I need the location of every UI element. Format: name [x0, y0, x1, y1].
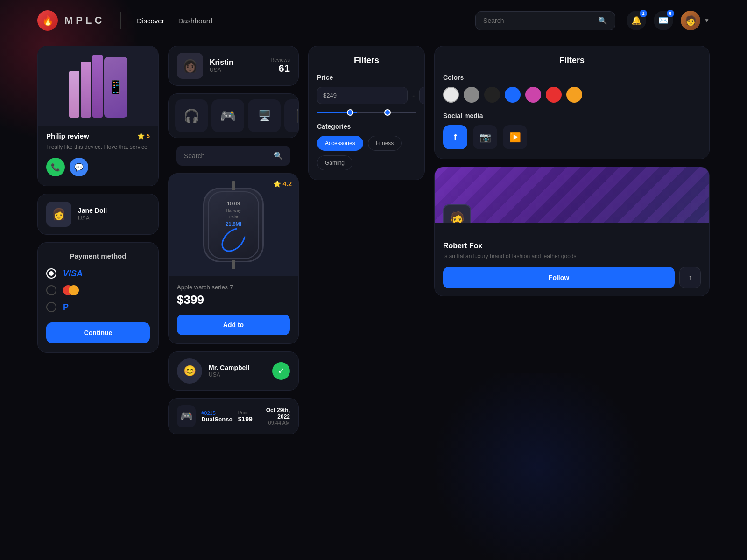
color-red[interactable] [546, 87, 562, 103]
visa-logo: VISA [63, 269, 83, 279]
youtube-icon: ▶️ [509, 132, 521, 143]
slider-thumb-left[interactable] [347, 109, 353, 116]
nav-dashboard[interactable]: Dashboard [178, 15, 212, 27]
colors-row [443, 87, 701, 103]
price-max-input[interactable] [419, 87, 425, 104]
profile-actions: Follow ↑ [443, 267, 701, 288]
category-fitness[interactable]: Fitness [368, 136, 402, 151]
pli-name: DualSense [201, 416, 232, 423]
logo-icon: 🔥 [37, 10, 58, 31]
add-to-button[interactable]: Add to [177, 315, 290, 335]
color-pink[interactable] [525, 87, 541, 103]
right-filter-title: Filters [443, 56, 701, 65]
instagram-button[interactable]: 📷 [473, 125, 497, 149]
logo[interactable]: 🔥 MPLC [37, 10, 105, 31]
mid-search-bar[interactable]: 🔍 [176, 146, 290, 166]
slider-thumb-right[interactable] [384, 109, 391, 116]
color-orange[interactable] [566, 87, 582, 103]
pli-date-info: Oct 29th, 2022 09:44 AM [258, 407, 290, 426]
star-icon: ⭐ [273, 180, 281, 188]
seller-country: USA [209, 371, 249, 378]
left-column: 📱 Philip review ⭐ 5 I really like this d… [37, 46, 159, 434]
user-name: Jane Doll [78, 207, 107, 214]
category-accessories[interactable]: Accessories [317, 136, 363, 151]
profile-cover: 🧔 [435, 167, 709, 223]
product-card-watch: ⭐ 4.2 10:09 Halfway Point 21.8MI [168, 173, 299, 344]
payment-mastercard[interactable] [46, 285, 150, 295]
product-price: $399 [177, 293, 290, 307]
nav-divider [120, 12, 121, 29]
right-column: Filters Colors Social media f 📷 [434, 46, 710, 434]
product-rating: ⭐ 4.2 [273, 180, 292, 188]
dualsense-icon: 🎮 [177, 405, 196, 427]
color-white[interactable] [443, 87, 459, 103]
user-avatar: 👩 [46, 202, 71, 227]
reviews-label: Reviews [270, 57, 290, 63]
pp-radio[interactable] [46, 302, 56, 312]
pli-id: #0215 [201, 410, 232, 416]
filter-title: Filters [317, 56, 416, 65]
visa-radio[interactable] [46, 268, 56, 279]
follow-button[interactable]: Follow [443, 267, 675, 288]
profile-reviews: Reviews 61 [270, 57, 290, 75]
product-image: ⭐ 4.2 10:09 Halfway Point 21.8MI [169, 174, 298, 276]
share-icon: ↑ [688, 273, 692, 282]
price-label: Price [317, 74, 416, 81]
youtube-button[interactable]: ▶️ [503, 125, 527, 149]
profile-right-avatar: 🧔 [443, 204, 471, 223]
payment-visa[interactable]: VISA [46, 268, 150, 279]
pli-price: $199 [238, 415, 253, 423]
mc-radio[interactable] [46, 285, 56, 295]
review-title: Philip review ⭐ 5 [46, 132, 150, 140]
nav-search-bar[interactable]: 🔍 [475, 11, 615, 30]
category-phone[interactable]: 📱 [284, 99, 299, 132]
profile-avatar: 👩🏿 [177, 53, 203, 79]
watch-sublabel: Point [229, 215, 239, 219]
categories-row: Accessories Fitness Gaming [317, 136, 416, 170]
nav-search-input[interactable] [483, 17, 593, 24]
seller-info: Mr. Campbell USA [209, 364, 249, 378]
price-min-input[interactable] [317, 87, 408, 104]
search-icon: 🔍 [598, 16, 607, 25]
nav-links: Discover Dashboard [137, 15, 212, 27]
notifications-button[interactable]: 🔔 1 [627, 11, 646, 30]
category-console[interactable]: 🖥️ [248, 99, 281, 132]
chevron-down-icon: ▼ [704, 17, 710, 24]
filter-card: Filters Price - OK Categories Accessorie… [308, 46, 425, 180]
reviews-count: 61 [270, 63, 290, 75]
category-gaming[interactable]: Gaming [317, 155, 352, 170]
seller-card: 😊 Mr. Campbell USA ✓ [168, 351, 299, 391]
user-avatar-nav[interactable]: 🧑 ▼ [681, 11, 710, 30]
profile-cover-art [435, 167, 709, 223]
nav-discover[interactable]: Discover [137, 15, 164, 27]
facebook-button[interactable]: f [443, 125, 467, 149]
call-button[interactable]: 📞 [46, 158, 65, 176]
user-country: USA [78, 215, 107, 222]
pli-price-info: Price $199 [238, 410, 253, 423]
mid-search-input[interactable] [184, 152, 269, 160]
category-icons: 🎧 🎮 🖥️ 📱 ⚙️ [168, 93, 299, 138]
price-slider[interactable] [317, 112, 416, 113]
messages-button[interactable]: ✉️ 5 [654, 11, 673, 30]
color-gray[interactable] [464, 87, 479, 103]
colors-label: Colors [443, 74, 701, 81]
filter-column: Filters Price - OK Categories Accessorie… [308, 46, 425, 434]
social-row: f 📷 ▶️ [443, 125, 701, 149]
color-black[interactable] [484, 87, 500, 103]
mastercard-logo [63, 285, 79, 295]
avatar: 🧑 [681, 11, 700, 30]
review-stars: ⭐ 5 [137, 133, 150, 140]
category-controller[interactable]: 🎮 [211, 99, 244, 132]
category-airpods[interactable]: 🎧 [175, 99, 208, 132]
share-button[interactable]: ↑ [679, 267, 701, 288]
right-filter-card: Filters Colors Social media f 📷 [434, 46, 710, 159]
user-card: 👩 Jane Doll USA [37, 194, 159, 235]
pli-info: #0215 DualSense [201, 410, 232, 423]
payment-paypal[interactable]: P [46, 302, 150, 312]
product-info: Apple watch series 7 $399 [169, 276, 298, 315]
watch-label: Halfway [226, 208, 241, 213]
message-button[interactable]: 💬 [70, 158, 88, 176]
continue-button[interactable]: Continue [46, 322, 150, 343]
product-name: Apple watch series 7 [177, 284, 290, 291]
color-blue[interactable] [505, 87, 521, 103]
